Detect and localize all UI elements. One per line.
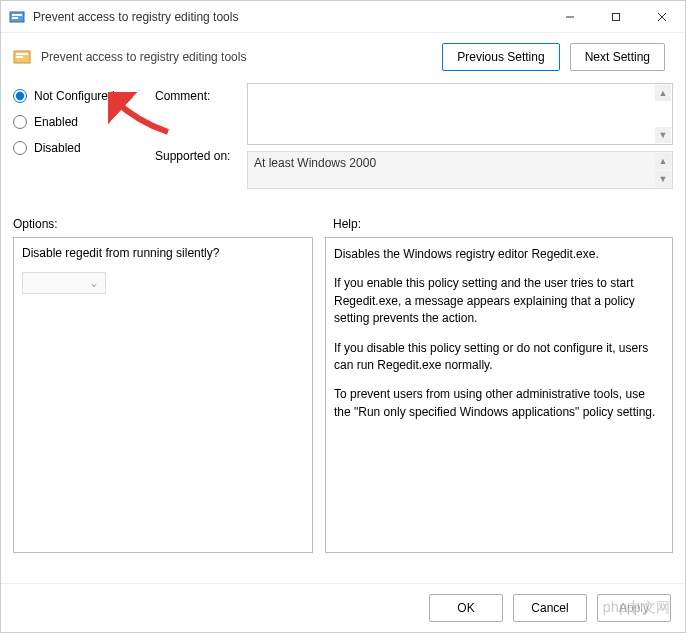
- header-row: Prevent access to registry editing tools…: [1, 33, 685, 77]
- help-paragraph: If you disable this policy setting or do…: [334, 340, 664, 375]
- radio-label: Not Configured: [34, 89, 115, 103]
- window-controls: [547, 1, 685, 33]
- scroll-up-icon[interactable]: ▲: [655, 85, 671, 101]
- radio-not-configured[interactable]: Not Configured: [13, 89, 143, 103]
- radio-enabled[interactable]: Enabled: [13, 115, 143, 129]
- titlebar: Prevent access to registry editing tools: [1, 1, 685, 33]
- help-label: Help:: [333, 217, 361, 231]
- comment-textarea[interactable]: ▲ ▼: [247, 83, 673, 145]
- radio-not-configured-input[interactable]: [13, 89, 27, 103]
- radio-disabled-input[interactable]: [13, 141, 27, 155]
- svg-rect-2: [12, 17, 18, 19]
- radio-disabled[interactable]: Disabled: [13, 141, 143, 155]
- policy-icon: [9, 9, 25, 25]
- comment-label: Comment:: [155, 89, 235, 103]
- mid-headers: Options: Help:: [1, 213, 685, 237]
- policy-header-icon: [13, 48, 31, 66]
- page-title: Prevent access to registry editing tools: [41, 50, 432, 64]
- options-dropdown[interactable]: ⌄: [22, 272, 106, 294]
- radio-label: Disabled: [34, 141, 81, 155]
- close-button[interactable]: [639, 1, 685, 33]
- previous-setting-button[interactable]: Previous Setting: [442, 43, 559, 71]
- config-area: Not Configured Enabled Disabled Comment:…: [1, 77, 685, 213]
- scroll-up-icon[interactable]: ▲: [655, 153, 671, 169]
- window-title: Prevent access to registry editing tools: [33, 10, 547, 24]
- svg-rect-4: [613, 13, 620, 20]
- cancel-button[interactable]: Cancel: [513, 594, 587, 622]
- help-panel: Disables the Windows registry editor Reg…: [325, 237, 673, 553]
- panels: Disable regedit from running silently? ⌄…: [1, 237, 685, 553]
- supported-on-field: At least Windows 2000 ▲ ▼: [247, 151, 673, 189]
- next-setting-button[interactable]: Next Setting: [570, 43, 665, 71]
- radio-enabled-input[interactable]: [13, 115, 27, 129]
- scroll-down-icon[interactable]: ▼: [655, 171, 671, 187]
- ok-button[interactable]: OK: [429, 594, 503, 622]
- footer: OK Cancel Apply php中文网: [1, 583, 685, 632]
- apply-button[interactable]: Apply: [597, 594, 671, 622]
- help-paragraph: To prevent users from using other admini…: [334, 386, 664, 421]
- chevron-down-icon: ⌄: [89, 276, 99, 290]
- minimize-button[interactable]: [547, 1, 593, 33]
- help-paragraph: Disables the Windows registry editor Reg…: [334, 246, 664, 263]
- help-paragraph: If you enable this policy setting and th…: [334, 275, 664, 327]
- svg-rect-9: [16, 56, 23, 58]
- options-label: Options:: [13, 217, 333, 231]
- scroll-down-icon[interactable]: ▼: [655, 127, 671, 143]
- options-question: Disable regedit from running silently?: [22, 246, 304, 260]
- svg-rect-1: [12, 14, 22, 16]
- supported-on-value: At least Windows 2000: [254, 156, 376, 170]
- maximize-button[interactable]: [593, 1, 639, 33]
- supported-on-label: Supported on:: [155, 149, 235, 163]
- svg-rect-8: [16, 53, 28, 55]
- options-panel: Disable regedit from running silently? ⌄: [13, 237, 313, 553]
- radio-label: Enabled: [34, 115, 78, 129]
